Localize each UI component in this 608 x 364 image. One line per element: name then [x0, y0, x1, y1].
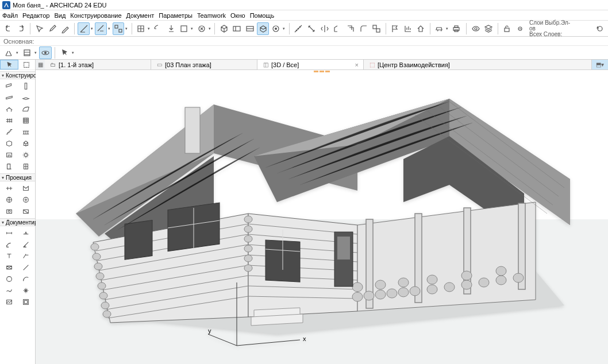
eye-small-icon[interactable]: [514, 22, 526, 35]
fillet-icon[interactable]: [357, 22, 370, 35]
menu-view[interactable]: Вид: [54, 12, 66, 19]
stair-tool-icon[interactable]: [2, 127, 17, 137]
change-tool-icon[interactable]: [18, 206, 34, 216]
angle-tool-icon[interactable]: [18, 239, 34, 250]
detail-tool-icon[interactable]: [2, 206, 17, 216]
orbit-icon[interactable]: [39, 47, 52, 59]
elevation-icon[interactable]: [244, 22, 256, 35]
arrow-icon[interactable]: [58, 47, 71, 59]
print-icon[interactable]: [451, 22, 463, 35]
gravity-icon[interactable]: [165, 22, 177, 35]
measure-icon[interactable]: [293, 22, 305, 35]
tab-grid-icon[interactable]: ▦: [36, 60, 45, 69]
tab-overflow-icon[interactable]: ⬒▾: [592, 60, 608, 69]
suspend-icon[interactable]: [195, 22, 207, 35]
grid-snap-icon[interactable]: [113, 22, 125, 35]
ruler-icon[interactable]: [152, 22, 164, 35]
zone-tool-icon[interactable]: [2, 150, 17, 160]
hotspot-tool-icon[interactable]: [18, 285, 34, 296]
pencil-icon[interactable]: [60, 22, 72, 35]
wall-tool-icon[interactable]: [2, 81, 17, 91]
home-icon[interactable]: [415, 22, 427, 35]
line-tool-icon[interactable]: [18, 262, 34, 273]
curtain-tool-icon[interactable]: [18, 115, 34, 126]
level-tool-icon[interactable]: [18, 228, 34, 238]
undo-icon[interactable]: [2, 22, 14, 35]
tab-floor-plan[interactable]: 🗀 [1. 1-й этаж]: [45, 60, 151, 69]
lock-open-icon[interactable]: [501, 22, 513, 35]
worksheet-tool-icon[interactable]: [18, 195, 34, 205]
spline-tool-icon[interactable]: [2, 285, 17, 296]
arrow-tool-icon[interactable]: [0, 60, 18, 69]
redo-icon[interactable]: [16, 22, 28, 35]
dropdown-arrow-icon[interactable]: ▾: [71, 51, 75, 55]
dropdown-arrow-icon[interactable]: ▾: [107, 26, 111, 31]
tab-interaction[interactable]: ⬚ [Центр Взаимодействия]: [364, 60, 592, 69]
opening-tool-icon[interactable]: [2, 161, 17, 172]
angle-guide-icon[interactable]: [78, 22, 90, 35]
dimension-tool-icon[interactable]: [2, 228, 17, 238]
menu-window[interactable]: Окно: [230, 12, 245, 19]
label-tool-icon[interactable]: [18, 251, 34, 261]
tab-3d[interactable]: ◫ [3D / Все] ×: [257, 60, 364, 69]
resize-icon[interactable]: [371, 22, 383, 35]
adjust-icon[interactable]: [332, 22, 344, 35]
dropdown-arrow-icon[interactable]: ▾: [147, 26, 151, 31]
layers-icon[interactable]: [483, 22, 495, 35]
eyedrop-icon[interactable]: [47, 22, 59, 35]
dropdown-arrow-icon[interactable]: ▾: [190, 26, 194, 31]
section-tool-icon[interactable]: [2, 183, 17, 193]
railing-tool-icon[interactable]: [18, 127, 34, 137]
fill-tool-icon[interactable]: [2, 262, 17, 273]
panel-projection-header[interactable]: Проекция: [0, 173, 35, 181]
window-tool-icon[interactable]: [18, 161, 34, 172]
section-icon[interactable]: [231, 22, 243, 35]
object-tool-icon[interactable]: [18, 138, 34, 149]
menu-help[interactable]: Помощь: [250, 12, 275, 19]
menu-design[interactable]: Конструирование: [70, 12, 121, 19]
drawing-tool-icon[interactable]: [18, 297, 34, 307]
dropdown-arrow-icon[interactable]: ▾: [90, 26, 94, 31]
morph-tool-icon[interactable]: [2, 138, 17, 149]
panel-design-header[interactable]: Конструиров: [0, 71, 35, 79]
flag-icon[interactable]: [389, 22, 401, 35]
elevation-tool-icon[interactable]: [18, 183, 34, 193]
circle-tool-icon[interactable]: [2, 274, 17, 284]
3d-viewport[interactable]: x y: [36, 70, 608, 364]
beam-tool-icon[interactable]: [2, 92, 17, 103]
trim-icon[interactable]: [306, 22, 318, 35]
box-icon[interactable]: [178, 22, 190, 35]
dropdown-arrow-icon[interactable]: ▾: [33, 51, 38, 55]
split-icon[interactable]: [318, 22, 330, 35]
dropdown-arrow-icon[interactable]: ▾: [445, 26, 449, 31]
menu-file[interactable]: Файл: [2, 12, 18, 19]
mesh-tool-icon[interactable]: [2, 115, 17, 126]
cube-icon[interactable]: [218, 22, 230, 35]
render-icon[interactable]: [270, 22, 282, 35]
shell-tool-icon[interactable]: [18, 104, 34, 114]
refresh-icon[interactable]: [594, 22, 606, 35]
lamp-tool-icon[interactable]: [18, 150, 34, 160]
intersect-icon[interactable]: [345, 22, 357, 35]
marquee-tool-icon[interactable]: [18, 60, 36, 69]
dropdown-arrow-icon[interactable]: ▾: [15, 51, 20, 55]
arc-tool-icon[interactable]: [18, 274, 34, 284]
slab-tool-icon[interactable]: [18, 92, 34, 103]
panel-document-header[interactable]: Документиро: [0, 218, 35, 226]
text-tool-icon[interactable]: [2, 251, 17, 261]
snap-guide-icon[interactable]: [95, 22, 107, 35]
interior-tool-icon[interactable]: [2, 195, 17, 205]
menu-document[interactable]: Документ: [126, 12, 155, 19]
roof-tool-icon[interactable]: [2, 104, 17, 114]
column-tool-icon[interactable]: [18, 81, 34, 91]
menu-teamwork[interactable]: Teamwork: [197, 12, 226, 19]
floor-icon[interactable]: [21, 47, 33, 59]
menu-edit[interactable]: Редактор: [22, 12, 49, 19]
figure-tool-icon[interactable]: [2, 297, 17, 307]
grid-icon[interactable]: [135, 22, 147, 35]
tab-layout[interactable]: ▭ [03 План этажа]: [151, 60, 257, 69]
align-icon[interactable]: [402, 22, 414, 35]
3d-window-icon[interactable]: [257, 22, 269, 35]
menu-options[interactable]: Параметры: [159, 12, 193, 19]
car-icon[interactable]: [433, 22, 445, 35]
